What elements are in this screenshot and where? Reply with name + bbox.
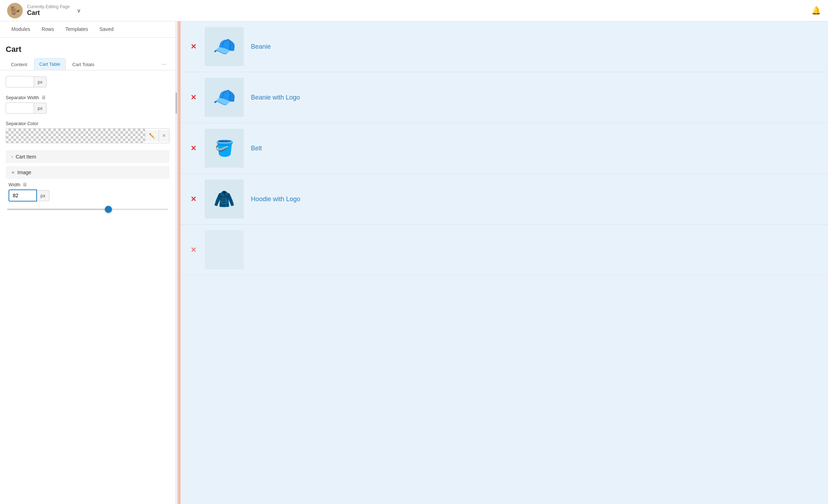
tab-row: Modules Rows Templates Saved xyxy=(0,21,175,38)
hoodie-image: 🧥 xyxy=(205,179,244,219)
bell-icon[interactable]: 🔔 xyxy=(811,6,821,15)
image-section-chevron: ∨ xyxy=(11,171,16,174)
sidebar-scrollbar[interactable] xyxy=(175,21,177,504)
separator-width-field: Separator Width 🖥 px xyxy=(6,95,170,114)
belt-name[interactable]: Belt xyxy=(251,145,819,152)
tab-modules[interactable]: Modules xyxy=(6,21,36,38)
cart-item-hoodie: ✕ 🧥 Hoodie with Logo xyxy=(181,174,828,225)
panel-tab-more[interactable]: ··· xyxy=(159,60,170,69)
separator-color-label: Separator Color xyxy=(6,121,170,126)
cart-item-chevron: › xyxy=(11,154,13,159)
preview-divider xyxy=(178,21,181,504)
scrollbar-thumb xyxy=(176,92,177,114)
eyedropper-button[interactable]: ✏️ xyxy=(145,130,158,141)
header-title-group: Currently Editing Page Cart xyxy=(27,4,70,17)
cart-item-belt: ✕ 🪣 Belt xyxy=(181,123,828,174)
main-layout: Modules Rows Templates Saved Cart Conten… xyxy=(0,21,828,504)
cart-item-beanie-logo: ✕ 🧢 Beanie with Logo xyxy=(181,72,828,123)
remove-beanie-logo-button[interactable]: ✕ xyxy=(189,93,198,102)
image-section-label: Image xyxy=(17,170,31,175)
image-width-field: Width 🖥 px xyxy=(6,182,170,202)
panel-tabs: Content Cart Table Cart Totals ··· xyxy=(6,58,170,70)
cart-item-beanie: ✕ 🧢 Beanie xyxy=(181,21,828,72)
top-input-group: px xyxy=(6,76,170,87)
image-width-unit: px xyxy=(37,190,49,201)
cart-item-section[interactable]: › Cart Item xyxy=(6,150,170,163)
remove-partial-button[interactable]: ✕ xyxy=(189,246,198,254)
monitor-icon-sep-width: 🖥 xyxy=(41,95,46,100)
separator-width-label: Separator Width 🖥 xyxy=(6,95,170,100)
cart-item-label: Cart Item xyxy=(16,154,36,160)
remove-hoodie-button[interactable]: ✕ xyxy=(189,195,198,203)
color-picker-field: ✏️ × xyxy=(6,128,170,143)
separator-width-input[interactable] xyxy=(6,102,34,114)
panel-tab-cart-totals[interactable]: Cart Totals xyxy=(67,59,100,70)
cart-item-partial: ✕ xyxy=(181,225,828,275)
image-section[interactable]: ∨ Image xyxy=(6,166,170,179)
beanie-image: 🧢 xyxy=(205,27,244,66)
image-width-input[interactable] xyxy=(9,189,37,202)
panel-tab-content[interactable]: Content xyxy=(6,59,33,70)
separator-width-unit: px xyxy=(34,103,47,114)
clear-color-button[interactable]: × xyxy=(158,130,169,142)
tab-saved[interactable]: Saved xyxy=(94,21,119,38)
slider-fill xyxy=(7,209,112,210)
separator-color-field: Separator Color ✏️ × xyxy=(6,121,170,143)
tab-templates[interactable]: Templates xyxy=(60,21,94,38)
sidebar: Modules Rows Templates Saved Cart Conten… xyxy=(0,21,175,504)
image-width-slider[interactable] xyxy=(6,209,170,210)
remove-beanie-button[interactable]: ✕ xyxy=(189,42,198,51)
sidebar-content: px Separator Width 🖥 px xyxy=(0,70,175,504)
panel-title: Cart xyxy=(6,42,170,58)
separator-width-input-group: px xyxy=(6,102,170,114)
panel-tab-cart-table[interactable]: Cart Table xyxy=(34,58,66,70)
image-width-input-group: px xyxy=(9,189,170,202)
beanie-logo-name[interactable]: Beanie with Logo xyxy=(251,94,819,101)
preview-area: ✕ 🧢 Beanie ✕ 🧢 Beanie with Logo ✕ 🪣 Belt… xyxy=(181,21,828,504)
color-checker-pattern[interactable] xyxy=(6,129,145,143)
header-left: 🦫 Currently Editing Page Cart ∨ xyxy=(7,3,81,18)
partial-image xyxy=(205,230,244,269)
top-px-input[interactable] xyxy=(6,76,34,87)
beanie-logo-placeholder: 🧢 xyxy=(209,82,240,113)
currently-editing-label: Currently Editing Page xyxy=(27,4,70,9)
beanie-placeholder: 🧢 xyxy=(209,32,240,62)
tab-rows[interactable]: Rows xyxy=(36,21,60,38)
beanie-logo-image: 🧢 xyxy=(205,78,244,117)
beanie-name[interactable]: Beanie xyxy=(251,43,819,50)
logo-emoji: 🦫 xyxy=(10,6,20,15)
slider-track[interactable] xyxy=(7,209,168,210)
header-chevron-icon[interactable]: ∨ xyxy=(77,7,81,14)
hoodie-name[interactable]: Hoodie with Logo xyxy=(251,195,819,203)
header-right: 🔔 xyxy=(811,6,821,15)
page-name-label: Cart xyxy=(27,9,70,17)
logo-avatar: 🦫 xyxy=(7,3,23,18)
panel-header: Cart Content Cart Table Cart Totals ··· xyxy=(0,38,175,70)
hoodie-placeholder: 🧥 xyxy=(209,184,240,214)
remove-belt-button[interactable]: ✕ xyxy=(189,144,198,152)
image-width-label: Width 🖥 xyxy=(9,182,170,187)
top-header: 🦫 Currently Editing Page Cart ∨ 🔔 xyxy=(0,0,828,21)
eyedropper-icon: ✏️ xyxy=(149,133,155,139)
top-px-field: px xyxy=(6,76,170,87)
top-px-unit: px xyxy=(34,76,47,87)
clear-icon: × xyxy=(162,133,166,139)
belt-placeholder: 🪣 xyxy=(209,133,240,163)
belt-image: 🪣 xyxy=(205,129,244,168)
monitor-icon-img-width: 🖥 xyxy=(22,182,27,187)
slider-thumb[interactable] xyxy=(105,206,112,213)
